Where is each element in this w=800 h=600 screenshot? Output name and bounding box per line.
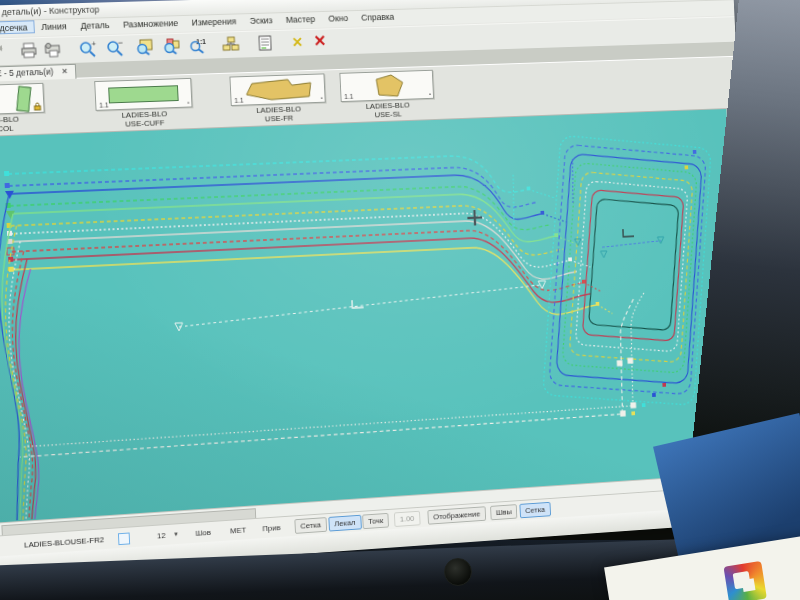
screen-glare [0, 109, 756, 536]
menu-item-nadsechka[interactable]: Надсечка [0, 20, 35, 35]
monitor-power-button [444, 558, 472, 586]
zoom-in-icon[interactable]: + [77, 39, 99, 60]
arrange-pieces-icon[interactable] [220, 35, 242, 55]
display-button[interactable]: Отображение [427, 506, 486, 524]
delete-yellow-x-icon[interactable]: ✕ [286, 33, 308, 53]
piece-shape-sl [369, 73, 407, 99]
piece-shape-fr [242, 77, 315, 103]
mode-label-priv[interactable]: Прив [262, 523, 280, 533]
lock-icon [33, 102, 41, 111]
report-icon[interactable] [254, 34, 276, 54]
undo-icon[interactable] [0, 42, 9, 63]
window-title: 5 деталь(и) - Конструктор [0, 5, 100, 18]
size-dropdown-icon[interactable]: ▾ [174, 530, 178, 538]
svg-text:−: − [117, 40, 123, 48]
menu-item-okno[interactable]: Окно [322, 11, 355, 25]
svg-text:+: + [91, 40, 96, 48]
seams-button[interactable]: Швы [490, 504, 518, 520]
plotter-icon[interactable] [41, 40, 64, 61]
piece-shape-cuff [108, 85, 179, 103]
current-piece-name: LADIES-BLOUSE-FR2 [24, 535, 104, 549]
zoom-actual-icon[interactable]: 1:1 [187, 36, 209, 56]
toggle-grid-button[interactable]: Сетка [294, 517, 327, 534]
print-icon[interactable] [18, 41, 41, 62]
photo-of-monitor: { "window": { "title": "5 деталь(и) - Ко… [0, 0, 800, 600]
menu-item-izmereniya[interactable]: Измерения [184, 14, 243, 28]
zoom-objects-icon[interactable] [160, 37, 182, 57]
zoom-window-icon[interactable] [133, 38, 155, 58]
zoom-out-icon[interactable]: − [104, 38, 126, 58]
monitor-screen: 5 деталь(и) - Конструктор аНадсечкаЛиния… [0, 0, 758, 575]
piece-card-cuff[interactable]: 1.1▪ LADIES-BLOUSE-CUFF [92, 77, 195, 130]
size-value[interactable]: 12 [157, 531, 166, 540]
rainbow-logo [723, 561, 766, 600]
tab-close-icon[interactable]: × [62, 66, 68, 76]
menu-item-eskiz[interactable]: Эскиз [243, 13, 280, 27]
menu-item-liniya[interactable]: Линия [34, 19, 74, 33]
menu-item-master[interactable]: Мастер [279, 12, 322, 26]
toggle-points-button[interactable]: Точк [362, 513, 389, 529]
delete-red-x-icon[interactable]: ✕ [309, 32, 331, 52]
menu-item-spravka[interactable]: Справка [354, 10, 401, 24]
piece-card-col[interactable]: LADIES-BLOUSE-COL [0, 82, 48, 136]
piece-checkbox[interactable] [118, 532, 130, 545]
piece-card-sl[interactable]: 1.1▪ LADIES-BLOUSE-SL [337, 69, 436, 121]
menu-item-razmnozhenie[interactable]: Размножение [116, 16, 185, 31]
scale-value-box: 1.00 [394, 511, 420, 527]
grid-button-2[interactable]: Сетка [519, 502, 550, 518]
piece-shape-col [16, 86, 31, 112]
mode-label-met[interactable]: МЕТ [230, 526, 247, 536]
menu-item-detal[interactable]: Деталь [73, 18, 116, 32]
piece-card-fr[interactable]: 1.1▪ LADIES-BLOUSE-FR [227, 72, 328, 124]
toggle-pattern-button[interactable]: Лекал [328, 515, 361, 532]
mode-label-shov[interactable]: Шов [195, 528, 211, 538]
pattern-canvas[interactable] [0, 109, 756, 536]
